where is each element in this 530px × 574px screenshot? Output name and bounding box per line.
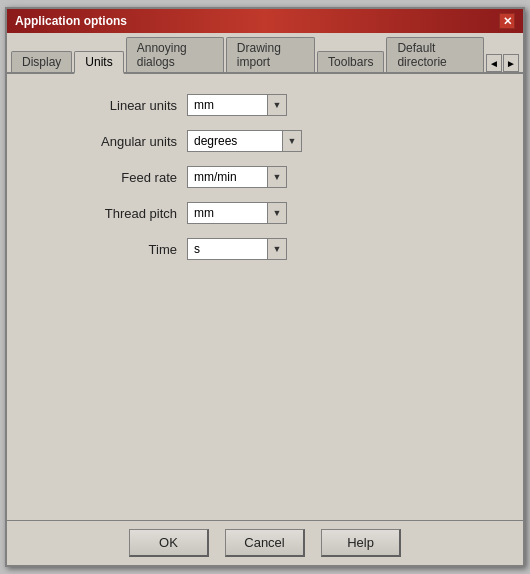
cancel-button[interactable]: Cancel	[225, 529, 305, 557]
angular-units-value[interactable]: degrees	[187, 130, 282, 152]
linear-units-select-wrapper: mm	[187, 94, 287, 116]
tab-bar: Display Units Annoying dialogs Drawing i…	[7, 33, 523, 74]
linear-units-dropdown-arrow[interactable]	[267, 94, 287, 116]
help-button[interactable]: Help	[321, 529, 401, 557]
close-button[interactable]: ✕	[499, 13, 515, 29]
thread-pitch-select-wrapper: mm	[187, 202, 287, 224]
linear-units-row: Linear units mm	[27, 94, 503, 116]
titlebar: Application options ✕	[7, 9, 523, 33]
time-value[interactable]: s	[187, 238, 267, 260]
feed-rate-dropdown-arrow[interactable]	[267, 166, 287, 188]
linear-units-value[interactable]: mm	[187, 94, 267, 116]
time-dropdown-arrow[interactable]	[267, 238, 287, 260]
tab-units[interactable]: Units	[74, 51, 123, 74]
time-row: Time s	[27, 238, 503, 260]
feed-rate-select-wrapper: mm/min	[187, 166, 287, 188]
time-label: Time	[27, 242, 187, 257]
feed-rate-row: Feed rate mm/min	[27, 166, 503, 188]
tab-annoying-dialogs[interactable]: Annoying dialogs	[126, 37, 224, 72]
window-title: Application options	[15, 14, 127, 28]
tab-navigation: ◄ ►	[486, 54, 519, 72]
thread-pitch-row: Thread pitch mm	[27, 202, 503, 224]
angular-units-row: Angular units degrees	[27, 130, 503, 152]
thread-pitch-value[interactable]: mm	[187, 202, 267, 224]
button-bar: OK Cancel Help	[7, 520, 523, 565]
tab-content: Linear units mm Angular units degrees Fe…	[7, 74, 523, 520]
application-window: Application options ✕ Display Units Anno…	[5, 7, 525, 567]
tab-prev-button[interactable]: ◄	[486, 54, 502, 72]
tab-toolbars[interactable]: Toolbars	[317, 51, 384, 72]
linear-units-label: Linear units	[27, 98, 187, 113]
angular-units-dropdown-arrow[interactable]	[282, 130, 302, 152]
angular-units-select-wrapper: degrees	[187, 130, 302, 152]
feed-rate-value[interactable]: mm/min	[187, 166, 267, 188]
tab-display[interactable]: Display	[11, 51, 72, 72]
time-select-wrapper: s	[187, 238, 287, 260]
tab-next-button[interactable]: ►	[503, 54, 519, 72]
thread-pitch-dropdown-arrow[interactable]	[267, 202, 287, 224]
content-spacer	[27, 274, 503, 500]
feed-rate-label: Feed rate	[27, 170, 187, 185]
tab-drawing-import[interactable]: Drawing import	[226, 37, 315, 72]
angular-units-label: Angular units	[27, 134, 187, 149]
ok-button[interactable]: OK	[129, 529, 209, 557]
tab-default-directories[interactable]: Default directorie	[386, 37, 484, 72]
thread-pitch-label: Thread pitch	[27, 206, 187, 221]
